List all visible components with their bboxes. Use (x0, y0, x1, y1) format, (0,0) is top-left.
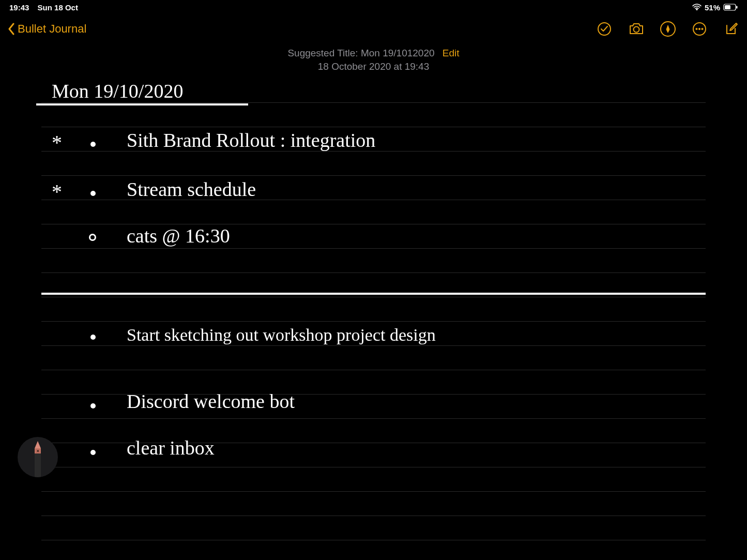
svg-point-3 (598, 23, 611, 35)
svg-text:✕: ✕ (36, 449, 40, 453)
battery-icon (723, 4, 738, 11)
status-bar: 19:43 Sun 18 Oct 51% (0, 0, 747, 14)
task-text: Sith Brand Rollout : integration (127, 130, 375, 150)
pencil-tool-button[interactable]: ✕ (18, 437, 58, 477)
pencil-icon: ✕ (33, 441, 43, 477)
bullet-dot-icon (90, 450, 96, 455)
svg-point-4 (634, 27, 639, 33)
wifi-icon (692, 4, 702, 11)
back-button[interactable]: Bullet Journal (7, 22, 86, 36)
bullet-dot-icon (90, 191, 96, 196)
note-header: Suggested Title: Mon 19/1012020 Edit 18 … (0, 46, 747, 72)
more-circle-icon[interactable] (691, 21, 708, 37)
task-text: cats @ 16:30 (127, 226, 230, 246)
status-date: Sun 18 Oct (38, 3, 78, 12)
svg-rect-2 (725, 5, 730, 9)
edit-title-button[interactable]: Edit (443, 48, 460, 58)
task-text: Start sketching out workshop project des… (127, 322, 556, 348)
divider-rule (41, 293, 706, 295)
priority-star-icon: * (52, 130, 62, 155)
back-label: Bullet Journal (18, 22, 86, 36)
svg-rect-10 (35, 453, 41, 477)
svg-point-7 (698, 28, 700, 29)
note-title: Mon 19/10/2020 (52, 81, 183, 101)
status-right: 51% (692, 3, 738, 12)
status-time: 19:43 (9, 3, 29, 12)
compose-icon[interactable] (723, 21, 740, 37)
bullet-dot-icon (90, 335, 96, 340)
camera-icon[interactable] (628, 21, 645, 37)
markup-pen-icon[interactable] (660, 21, 676, 37)
bullet-dot-icon (90, 142, 96, 147)
bullet-dot-icon (90, 403, 96, 408)
event-ring-icon (89, 234, 96, 241)
nav-bar: Bullet Journal (0, 14, 747, 43)
suggested-title-prefix: Suggested Title: (287, 48, 358, 58)
svg-rect-1 (736, 6, 738, 9)
task-text: Stream schedule (127, 179, 256, 199)
checkmark-circle-icon[interactable] (596, 21, 613, 37)
priority-star-icon: * (52, 179, 62, 204)
task-text: clear inbox (127, 438, 215, 458)
title-underline (36, 103, 248, 105)
svg-point-8 (702, 28, 703, 29)
suggested-title-value: Mon 19/1012020 (361, 48, 435, 58)
svg-point-6 (696, 28, 697, 29)
status-left: 19:43 Sun 18 Oct (9, 3, 84, 12)
battery-percent: 51% (705, 3, 720, 12)
note-canvas[interactable]: Mon 19/10/2020 * Sith Brand Rollout : in… (41, 79, 706, 560)
note-timestamp: 18 October 2020 at 19:43 (318, 61, 430, 72)
toolbar (596, 21, 740, 37)
task-text: Discord welcome bot (127, 391, 295, 411)
